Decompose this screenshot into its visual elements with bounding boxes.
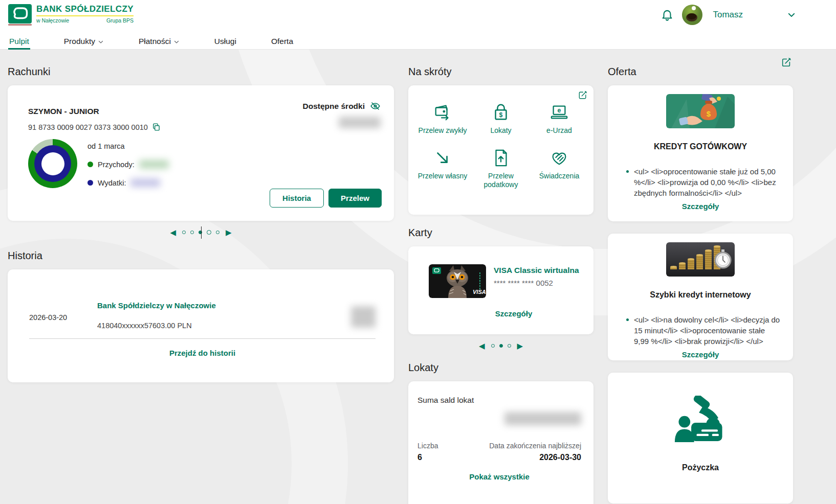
laptop-e-icon: e	[549, 103, 569, 122]
card-number-masked: **** **** **** 0052	[494, 279, 579, 287]
card-name[interactable]: VISA Classic wirtualna	[494, 266, 579, 275]
nav-item-platnosci[interactable]: Płatności	[138, 29, 181, 50]
bullet-dot	[626, 170, 629, 173]
arrow-diagonal-icon	[433, 148, 452, 168]
bullet-dot	[626, 318, 629, 321]
expenses-legend-dot	[87, 180, 93, 186]
logo-underline	[36, 15, 134, 16]
user-name[interactable]: Tomasz	[713, 10, 743, 20]
edit-offers-icon[interactable]	[781, 57, 792, 68]
eye-off-icon[interactable]	[370, 101, 381, 111]
shortcut-przelew-wlasny[interactable]: Przelew własny	[413, 148, 472, 189]
document-upload-icon	[491, 148, 511, 168]
chevron-down-icon	[173, 39, 180, 45]
offer-title: KREDYT GOTÓWKOWY	[620, 142, 781, 151]
shortcut-swiadczenia[interactable]: Świadczenia	[530, 148, 588, 189]
payment-card-tile: VISA VISA Classic wirtualna **** **** **…	[408, 246, 593, 334]
shortcut-przelew-zwykly[interactable]: Przelew zwykły	[413, 103, 472, 135]
carousel-dot[interactable]	[508, 344, 511, 348]
nav-item-uslugi[interactable]: Usługi	[213, 29, 237, 50]
offer-description: <ul> <li>na dowolny cel</li> <li>decyzja…	[634, 314, 781, 347]
user-menu-chevron-icon[interactable]	[787, 10, 796, 19]
deposits-end-date-value: 2026-03-30	[489, 453, 581, 462]
transaction-account: 418040xxxxxx57603.00 PLN	[97, 322, 351, 330]
transaction-counterparty: Bank Spółdzielczy w Nałęczowie	[97, 301, 351, 310]
offer-title: Pożyczka	[620, 463, 781, 472]
user-avatar[interactable]	[682, 5, 702, 25]
account-number: 91 8733 0009 0027 0373 3000 0010	[28, 123, 148, 131]
copy-icon[interactable]	[152, 123, 161, 131]
wallet-transfer-icon	[433, 103, 452, 122]
available-funds-label: Dostępne środki	[303, 102, 365, 111]
shortcuts-card: Przelew zwykły $ Lokaty e	[408, 85, 593, 215]
padlock-dollar-icon: $	[491, 103, 511, 122]
chart-period: od 1 marca	[87, 142, 169, 150]
transfer-button[interactable]: Przelew	[328, 189, 382, 208]
column-offers: Oferta $ KREDYT GOTÓWKOWY	[608, 50, 793, 504]
deposits-card: Suma sald lokat Liczba 6 Data zakończeni…	[408, 381, 593, 504]
carousel-prev-icon[interactable]: ◀	[479, 342, 485, 350]
deposits-end-date-label: Data zakończenia najbliższej	[489, 442, 581, 450]
deposits-sum-label: Suma sald lokat	[417, 396, 581, 405]
offer-description: <ul> <li>oprocentowanie stałe już od 5,0…	[634, 166, 781, 198]
bank-logo: BANK SPÓŁDZIELCZY w Nałęczowie Grupa BPS	[8, 4, 134, 26]
carousel-dot[interactable]	[491, 344, 495, 348]
section-title-oferta: Oferta	[608, 66, 793, 78]
bank-name: BANK SPÓŁDZIELCZY	[36, 4, 134, 14]
carousel-dot[interactable]	[207, 230, 211, 235]
bank-group: Grupa BPS	[106, 17, 134, 24]
loan-hand-coin-icon	[674, 396, 727, 452]
shortcut-e-urzad[interactable]: e e-Urzad	[530, 103, 588, 135]
column-shortcuts-cards-deposits: Na skróty Przelew zwykły $	[408, 50, 593, 504]
carousel-next-icon[interactable]: ▶	[226, 228, 232, 236]
divider	[29, 338, 376, 339]
section-title-na-skroty: Na skróty	[408, 66, 593, 78]
nav-item-oferta[interactable]: Oferta	[270, 29, 294, 50]
nav-item-pulpit[interactable]: Pulpit	[8, 29, 30, 50]
offer-title: Szybki kredyt internetowy	[620, 290, 781, 300]
history-card: 2026-03-20 Bank Spółdzielczy w Nałęczowi…	[8, 269, 394, 382]
heart-hands-icon	[549, 148, 569, 168]
expenses-label: Wydatki:	[98, 179, 126, 187]
edit-shortcuts-icon[interactable]	[578, 90, 588, 100]
offer-image-cash-loan: $	[666, 94, 735, 128]
income-legend-dot	[87, 162, 93, 167]
show-all-deposits-link[interactable]: Pokaż wszystkie	[417, 472, 581, 481]
go-to-history-link[interactable]: Przejdź do historii	[29, 349, 376, 357]
accounts-carousel: ◀ ▶	[8, 227, 394, 237]
offer-details-link[interactable]: Szczegóły	[620, 350, 781, 359]
deposits-count-value: 6	[417, 453, 438, 462]
carousel-dot[interactable]	[190, 231, 194, 234]
offer-card-pozyczka: Pożyczka	[608, 373, 793, 503]
carousel-dot-active[interactable]	[199, 231, 202, 234]
svg-text:$: $	[499, 111, 503, 119]
carousel-dot-active[interactable]	[499, 344, 503, 348]
carousel-next-icon[interactable]: ▶	[517, 342, 523, 350]
carousel-prev-icon[interactable]: ◀	[170, 228, 176, 236]
section-title-lokaty: Lokaty	[408, 362, 593, 374]
carousel-dot[interactable]	[216, 231, 219, 234]
expenses-hidden-amount	[130, 178, 160, 187]
offer-card-kredyt-gotowkowy: $ KREDYT GOTÓWKOWY <ul> <li>oprocentowan…	[608, 85, 793, 221]
section-title-historia: Historia	[8, 250, 394, 262]
section-title-rachunki: Rachunki	[8, 66, 394, 78]
nav-item-produkty[interactable]: Produkty	[63, 29, 105, 50]
offer-details-link[interactable]: Szczegóły	[620, 202, 781, 211]
column-accounts-history: Rachunki SZYMON - JUNIOR 91 8733 0009 00…	[8, 50, 394, 504]
logo-tagline	[8, 24, 32, 26]
deposits-hidden-sum	[504, 412, 581, 425]
account-card: SZYMON - JUNIOR 91 8733 0009 0027 0373 3…	[8, 85, 394, 221]
cards-carousel: ◀ ▶	[408, 341, 593, 350]
carousel-dot[interactable]	[182, 231, 186, 234]
carousel-cursor	[201, 226, 202, 239]
history-button[interactable]: Historia	[270, 189, 324, 208]
shortcut-lokaty[interactable]: $ Lokaty	[472, 103, 530, 135]
income-expense-donut-chart	[28, 139, 77, 188]
main-nav: Pulpit Produkty Płatności Usługi Oferta	[0, 29, 836, 50]
top-bar: BANK SPÓŁDZIELCZY w Nałęczowie Grupa BPS…	[0, 0, 836, 29]
shortcut-przelew-podatkowy[interactable]: Przelew podatkowy	[472, 148, 530, 189]
card-details-link[interactable]: Szczegóły	[444, 309, 583, 318]
transaction-date: 2026-03-20	[29, 301, 97, 322]
offer-image-fast-loan	[666, 242, 735, 277]
notifications-bell-icon[interactable]	[661, 8, 674, 21]
